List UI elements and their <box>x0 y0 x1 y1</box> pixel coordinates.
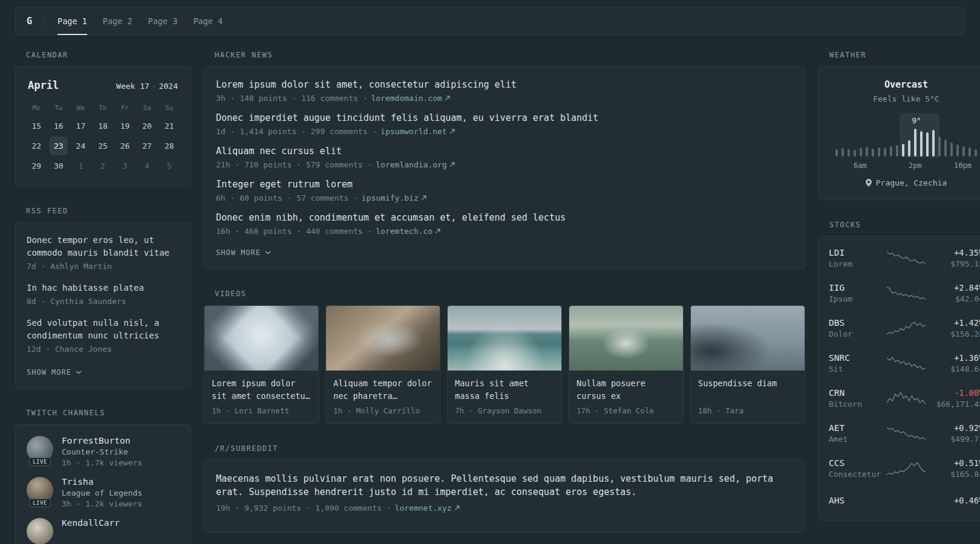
weather-feels-like: Feels like 5°C <box>831 94 980 103</box>
rss-item: In hac habitasse platea 8d · Cynthia Sau… <box>27 282 179 306</box>
weather-bar <box>866 147 868 157</box>
calendar-month: April <box>28 79 59 91</box>
weather-bars <box>835 126 977 157</box>
rss-show-more-button[interactable]: SHOW MORE <box>27 368 82 377</box>
hn-item-title[interactable]: Aliquam nec cursus elit <box>216 145 793 158</box>
stock-row[interactable]: SNRC Sit +1.36% $148.64 <box>829 346 980 381</box>
calendar-date-next-month: 2 <box>94 157 113 175</box>
calendar-date-next-month: 4 <box>138 157 157 175</box>
hn-item: Aliquam nec cursus elit 21h · 710 points… <box>216 145 793 169</box>
twitch-channel-game: League of Legends <box>62 488 142 497</box>
rss-item-title[interactable]: Donec tempor eros leo, ut commodo mauris… <box>27 234 179 259</box>
stock-id: AHS <box>829 496 877 507</box>
subreddit-post-text[interactable]: Maecenas mollis pulvinar erat non posuer… <box>216 472 793 499</box>
external-link-icon <box>454 505 460 511</box>
hn-item-domain-link[interactable]: ipsumify.biz <box>362 193 426 202</box>
stock-row[interactable]: AHS +0.46% <box>829 486 980 516</box>
video-thumbnail[interactable] <box>569 306 683 371</box>
stock-change: +0.51% <box>935 458 980 468</box>
stock-row[interactable]: DBS Dolor +1.42% $156.28 <box>829 311 980 346</box>
stock-sparkline <box>877 250 935 266</box>
twitch-channel-name[interactable]: ForrestBurton <box>62 436 142 445</box>
hn-item-domain-link[interactable]: loremtech.co <box>376 227 440 236</box>
twitch-channel-meta: 1h · 1.7k viewers <box>62 458 142 467</box>
hn-item-title[interactable]: Donec enim nibh, condimentum et accumsan… <box>216 212 793 224</box>
tab-page-1[interactable]: Page 1 <box>50 8 95 34</box>
subreddit-domain-link[interactable]: loremnet.xyz <box>395 504 460 513</box>
video-title[interactable]: Aliquam tempor dolor nec pharetra… <box>333 377 433 403</box>
hn-item-title[interactable]: Integer eget rutrum lorem <box>216 178 793 191</box>
hn-item-meta-text: 16h · 468 points · 440 comments · <box>216 227 372 236</box>
rss-item-title[interactable]: Sed volutpat nulla nisl, a condimentum n… <box>27 317 179 342</box>
subreddit-domain: loremnet.xyz <box>395 504 452 513</box>
hn-item: Donec imperdiet augue tincidunt felis al… <box>216 112 793 136</box>
hn-item-domain-link[interactable]: loremdomain.com <box>371 94 449 103</box>
hn-item-meta: 16h · 468 points · 440 comments · loremt… <box>216 227 793 236</box>
tab-page-4[interactable]: Page 4 <box>185 8 230 34</box>
stock-sparkline <box>877 461 935 476</box>
stock-sparkline <box>877 390 935 406</box>
stock-change: +1.36% <box>935 353 980 363</box>
video-meta: 1h · Lori Barnett <box>212 406 311 415</box>
calendar-widget-title: CALENDAR <box>26 51 191 59</box>
video-thumbnail[interactable] <box>326 306 440 371</box>
hn-item-title[interactable]: Lorem ipsum dolor sit amet, consectetur … <box>216 79 793 91</box>
video-meta: 7h · Grayson Dawson <box>455 406 554 415</box>
weather-bar <box>835 149 838 157</box>
hn-item-title[interactable]: Donec imperdiet augue tincidunt felis al… <box>216 112 793 125</box>
stock-row[interactable]: AET Amet +0.92% $499.72 <box>829 416 980 451</box>
video-card[interactable]: Lorem ipsum dolor sit amet consectetu… 1… <box>204 305 319 424</box>
hn-item-domain-link[interactable]: loremlandia.org <box>376 160 454 169</box>
weather-widget-title: WEATHER <box>829 51 980 59</box>
videos-grid: Lorem ipsum dolor sit amet consectetu… 1… <box>204 305 805 424</box>
video-thumbnail[interactable] <box>204 306 318 371</box>
video-title[interactable]: Suspendisse diam <box>698 377 797 403</box>
app-logo[interactable]: G <box>27 8 44 34</box>
weather-location-label: Prague, Czechia <box>876 178 947 187</box>
video-thumbnail[interactable] <box>448 306 561 371</box>
video-card[interactable]: Suspendisse diam 18h · Tara <box>690 305 805 424</box>
stock-id: LDI Lorem <box>829 248 877 268</box>
weather-time-label: 2pm <box>909 161 922 170</box>
tab-page-3[interactable]: Page 3 <box>140 8 186 34</box>
weather-bar <box>872 149 874 157</box>
twitch-channel-row[interactable]: LIVE Trisha League of Legends 3h · 1.2k … <box>27 477 179 508</box>
stock-row[interactable]: CCS Consectetur +0.51% $165.84 <box>829 451 980 486</box>
twitch-channel-row[interactable]: LIVE ForrestBurton Counter-Strike 1h · 1… <box>27 436 179 467</box>
video-card[interactable]: Aliquam tempor dolor nec pharetra… 1h · … <box>325 305 440 424</box>
twitch-channel-name[interactable]: KendallCarr <box>62 518 120 528</box>
stock-row[interactable]: CRN Bitcorn -1.00% $66,171.48 <box>829 381 980 416</box>
hn-show-more-button[interactable]: SHOW MORE <box>216 248 271 257</box>
weather-bar <box>884 148 886 157</box>
stocks-widget-title: STOCKS <box>829 221 980 229</box>
twitch-channel-name[interactable]: Trisha <box>62 477 142 487</box>
calendar-date: 15 <box>27 117 46 135</box>
twitch-card: LIVE ForrestBurton Counter-Strike 1h · 1… <box>15 424 191 544</box>
video-card[interactable]: Mauris sit amet massa felis 7h · Grayson… <box>447 305 562 424</box>
hn-item-domain: loremdomain.com <box>371 94 442 103</box>
hn-item-domain-link[interactable]: ipsumworld.net <box>381 127 455 136</box>
calendar-date: 20 <box>138 117 157 135</box>
stock-row[interactable]: IIG Ipsum +2.84% $42.04 <box>829 276 980 311</box>
video-title[interactable]: Nullam posuere cursus ex <box>577 377 676 403</box>
external-link-icon <box>421 195 426 201</box>
day-header: Th <box>92 99 114 116</box>
video-card[interactable]: Nullam posuere cursus ex 17h · Stefan Co… <box>569 305 684 424</box>
twitch-channel-row[interactable]: KendallCarr <box>27 518 179 544</box>
calendar-date: 24 <box>71 137 90 155</box>
weather-card: Overcast Feels like 5°C 9° 6am 2pm 10pm … <box>818 66 980 200</box>
tab-page-2[interactable]: Page 2 <box>95 8 140 34</box>
stock-row[interactable]: LDI Lorem +4.35% $795.18 <box>829 241 980 276</box>
stock-values: +1.36% $148.64 <box>935 353 980 374</box>
stock-price: $156.28 <box>935 329 980 338</box>
calendar-date: 16 <box>50 117 68 135</box>
stock-ticker: AHS <box>829 496 877 505</box>
video-title[interactable]: Lorem ipsum dolor sit amet consectetu… <box>212 377 311 403</box>
video-title[interactable]: Mauris sit amet massa felis <box>455 377 554 403</box>
topbar-divider <box>44 14 45 28</box>
video-thumbnail[interactable] <box>691 306 805 371</box>
rss-item-title[interactable]: In hac habitasse platea <box>27 282 179 294</box>
hn-item-domain: ipsumify.biz <box>362 193 419 202</box>
stock-values: +4.35% $795.18 <box>935 248 980 268</box>
stock-id: IIG Ipsum <box>829 283 877 303</box>
